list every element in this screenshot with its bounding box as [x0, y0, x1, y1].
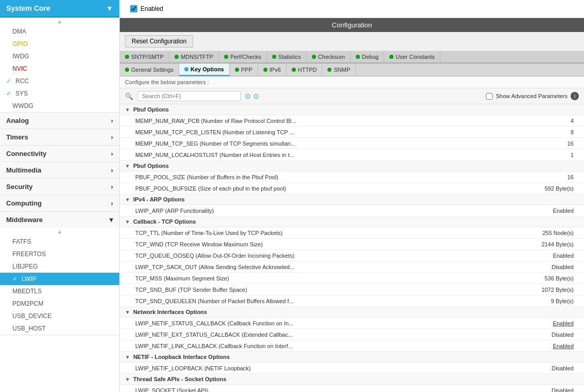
param-value: 4 [517, 118, 579, 124]
tab-ipv6[interactable]: IPv6 [258, 64, 287, 76]
sidebar-section-connectivity: Connectivity › [0, 146, 119, 162]
enabled-checkbox[interactable] [130, 5, 137, 12]
param-row[interactable]: TCP_QUEUE_OOSEQ (Allow Out-Of-Order Inco… [120, 250, 584, 261]
param-value: 8 [517, 129, 579, 135]
param-row[interactable]: MEMP_NUM_TCP_SEG (Number of TCP Segments… [120, 138, 584, 149]
tab-label-debug: Debug [362, 54, 378, 60]
triangle-icon: ▼ [125, 107, 130, 113]
search-next-icon[interactable]: ⊙ [253, 92, 259, 100]
rcc-check: ✓ [6, 77, 11, 85]
sidebar-item-sys[interactable]: ✓ SYS [0, 87, 119, 100]
sidebar-item-dma[interactable]: DMA [0, 25, 119, 38]
multimedia-header[interactable]: Multimedia › [0, 162, 119, 178]
computing-header[interactable]: Computing › [0, 195, 119, 211]
timers-header[interactable]: Timers › [0, 129, 119, 145]
mbedtls-label: MBEDTLS [12, 288, 42, 295]
tabs-row1: SNTP/SMTPMDNS/TFTPPerf/ChecksStatisticsC… [120, 51, 584, 64]
param-group-header-callback_tcp[interactable]: ▼Callback - TCP Options [120, 216, 584, 227]
fatfs-label: FATFS [12, 238, 31, 245]
tab-httpd[interactable]: HTTPD [287, 64, 323, 76]
triangle-icon: ▼ [125, 309, 130, 315]
sidebar-item-wwdg[interactable]: WWDG [0, 100, 119, 112]
param-row[interactable]: LWIP_TCP_SACK_OUT (Allow Sending Selecti… [120, 261, 584, 273]
sidebar-item-mbedtls[interactable]: MBEDTLS [0, 285, 119, 297]
sidebar-item-libjpeg[interactable]: LIBJPEG [0, 260, 119, 273]
tab-dot-mdns [175, 55, 179, 59]
sidebar-item-nvic[interactable]: NVIC [0, 62, 119, 75]
tab-keyoptions[interactable]: Key Options [179, 64, 230, 76]
analog-label: Analog [6, 117, 29, 124]
sidebar-item-rcc[interactable]: ✓ RCC [0, 75, 119, 87]
param-row[interactable]: LWIP_NETIF_LOOPBACK (NETIF Loopback)Disa… [120, 363, 584, 374]
param-row[interactable]: LWIP_ARP (ARP Functionality)Enabled [120, 205, 584, 216]
param-row[interactable]: LWIP_SOCKET (Socket API)Disabled [120, 385, 584, 392]
tab-dot-snmp [327, 68, 332, 72]
param-value: 16 [517, 174, 579, 180]
sidebar-title: System Core [6, 4, 51, 12]
group-label-thread_safe: Thread Safe APIs - Socket Options [133, 376, 227, 382]
param-group-header-network_interfaces[interactable]: ▼Network Interfaces Options [120, 307, 584, 318]
param-value: Enabled [517, 343, 579, 349]
usb-host-label: USB_HOST [12, 325, 46, 332]
param-name: MEMP_NUM_TCP_PCB_LISTEN (Number of Liste… [135, 129, 517, 135]
param-row[interactable]: MEMP_NUM_RAW_PCB (Number of Raw Protocol… [120, 115, 584, 127]
param-row[interactable]: MEMP_NUM_LOCALHOSTLIST (Number of Host E… [120, 149, 584, 161]
advanced-params-checkbox[interactable] [486, 93, 493, 100]
group-label-network_interfaces: Network Interfaces Options [133, 309, 207, 315]
triangle-icon: ▼ [125, 377, 130, 382]
param-row[interactable]: TCP_MSS (Maximum Segment Size)536 Byte(s… [120, 273, 584, 284]
middleware-header[interactable]: Middleware ▾ [0, 212, 119, 228]
tab-checksum[interactable]: Checksum [307, 51, 351, 62]
tab-mdns[interactable]: MDNS/TFTP [169, 51, 219, 62]
sidebar-item-usb-host[interactable]: USB_HOST [0, 322, 119, 335]
param-row[interactable]: LWIP_NETIF_STATUS_CALLBACK (Callback Fun… [120, 318, 584, 329]
param-group-header-thread_safe[interactable]: ▼Thread Safe APIs - Socket Options [120, 374, 584, 385]
tab-debug[interactable]: Debug [351, 51, 384, 62]
tab-perf[interactable]: Perf/Checks [219, 51, 267, 62]
param-value: 255 Node(s) [517, 230, 579, 236]
sidebar-item-fatfs[interactable]: FATFS [0, 236, 119, 248]
gpio-link[interactable]: GPIO [12, 40, 28, 48]
param-group-header-pbuf[interactable]: ▼Pbuf Options [120, 104, 584, 115]
tab-sntp[interactable]: SNTP/SMTP [120, 51, 169, 62]
param-group-header-netif_loopback[interactable]: ▼NETIF - Loopback Interface Options [120, 352, 584, 363]
tab-userconstants[interactable]: User Constants [384, 51, 440, 62]
sidebar-section-multimedia: Multimedia › [0, 162, 119, 179]
param-row[interactable]: TCP_WND (TCP Receive Window Maximum Size… [120, 239, 584, 250]
sidebar-item-gpio[interactable]: GPIO [0, 38, 119, 50]
param-group-header-ipv4arp[interactable]: ▼IPv4 - ARP Options [120, 194, 584, 205]
reset-bar: Reset Configuration [120, 32, 584, 51]
param-row[interactable]: TCP_SND_QUEUELEN (Number of Packet Buffe… [120, 295, 584, 307]
sidebar-item-usb-device[interactable]: USB_DEVICE [0, 310, 119, 322]
enabled-label: Enabled [140, 5, 163, 12]
sidebar-item-iwdg[interactable]: IWDG [0, 50, 119, 62]
param-row[interactable]: TCP_TTL (Number of Time-To-Live Used by … [120, 227, 584, 239]
tab-stats[interactable]: Statistics [267, 51, 307, 62]
tab-dot-general [125, 68, 129, 72]
analog-header[interactable]: Analog › [0, 113, 119, 129]
tab-ppp[interactable]: PPP [230, 64, 258, 76]
connectivity-header[interactable]: Connectivity › [0, 146, 119, 162]
tab-snmp[interactable]: SNMP [322, 64, 356, 76]
search-nav-icons: ⊙ ⊙ [245, 92, 259, 100]
reset-config-button[interactable]: Reset Configuration [125, 35, 193, 48]
security-header[interactable]: Security › [0, 179, 119, 195]
tab-general[interactable]: General Settings [120, 64, 179, 76]
param-row[interactable]: LWIP_NETIF_LINK_CALLBACK (Callback Funct… [120, 340, 584, 352]
param-group-header-pbuf2[interactable]: ▼Pbuf Options [120, 161, 584, 171]
sidebar-header[interactable]: System Core ▼ [0, 0, 119, 18]
param-row[interactable]: MEMP_NUM_TCP_PCB_LISTEN (Number of Liste… [120, 127, 584, 138]
param-value: Disabled [517, 264, 579, 270]
param-row[interactable]: TCP_SND_BUF (TCP Sender Buffer Space)107… [120, 284, 584, 295]
param-value: 536 Byte(s) [517, 275, 579, 281]
param-row[interactable]: PBUF_POOL_SIZE (Number of Buffers in the… [120, 171, 584, 183]
info-icon[interactable]: i [571, 92, 579, 100]
sidebar-item-lwip[interactable]: ✓ LWIP [0, 273, 119, 285]
param-row[interactable]: LWIP_NETIF_EXT_STATUS_CALLBACK (Extended… [120, 329, 584, 340]
sidebar-item-freertos[interactable]: FREERTOS [0, 248, 119, 260]
sidebar-item-pdm2pcm[interactable]: PDM2PCM [0, 297, 119, 310]
search-prev-icon[interactable]: ⊙ [245, 92, 251, 100]
param-group-network_interfaces: ▼Network Interfaces OptionsLWIP_NETIF_ST… [120, 307, 584, 352]
param-row[interactable]: PBUF_POOL_BUFSIZE (Size of each pbuf in … [120, 183, 584, 194]
search-input[interactable] [137, 91, 241, 101]
